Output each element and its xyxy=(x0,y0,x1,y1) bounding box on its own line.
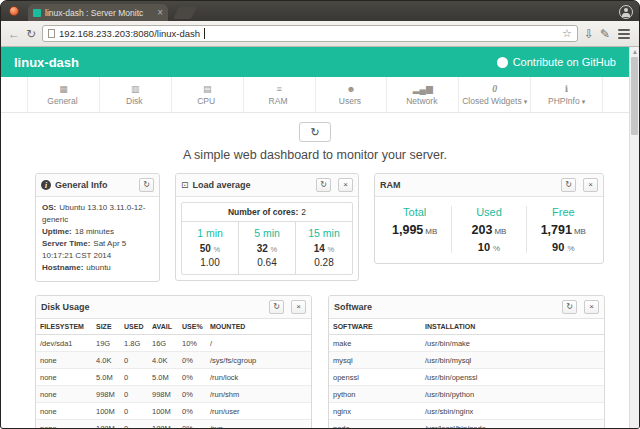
nav-item[interactable]: ▦ General xyxy=(27,77,100,112)
window-close-button[interactable] xyxy=(9,6,19,16)
nav-item[interactable]: ≡ RAM xyxy=(244,77,316,112)
edit-icon[interactable]: ✎ xyxy=(600,28,610,40)
main-nav: ▦ General ▥ Disk ▤ CPU ≡ xyxy=(1,77,629,113)
url-text: 192.168.233.203:8080/linux-dash xyxy=(59,28,200,39)
load-value: 0.28 xyxy=(298,257,350,268)
profile-avatar-icon[interactable] xyxy=(619,5,633,19)
nav-item-label: Disk xyxy=(126,96,145,106)
ram-value: 1,995 xyxy=(392,223,423,237)
load-value: 1.00 xyxy=(184,257,236,268)
column-header: USE% xyxy=(178,319,206,335)
reload-button[interactable]: ↻ xyxy=(26,28,36,40)
widget-refresh-button[interactable]: ↻ xyxy=(269,300,284,314)
nav-item-label: Network xyxy=(406,96,439,106)
widgets-row-2: Disk Usage ↻ × FILESYSTEMSIZEUSEDAVAILUS… xyxy=(35,295,629,428)
browser-tab[interactable]: linux-dash : Server Monitc × xyxy=(28,4,168,21)
table-row: mysql/usr/bin/mysql xyxy=(329,352,604,369)
bookmark-star-icon[interactable]: ☆ xyxy=(562,28,572,39)
nav-item-label: Users xyxy=(339,96,363,106)
refresh-row: ↻ xyxy=(1,113,629,142)
table-row: openssl/usr/bin/openssl xyxy=(329,369,604,386)
load-period-label: 5 min xyxy=(241,227,293,239)
general-info-body: OS:Ubuntu 13.10 3.11.0-12-generic Uptime… xyxy=(36,197,159,281)
table-row: none100M0 100M0%/run/user xyxy=(36,403,311,420)
table-row: none188M0 188M0%/run xyxy=(36,420,311,428)
ram-percent: 10 xyxy=(478,241,490,253)
software-table: SOFTWAREINSTALLATION make/usr/bin/make m… xyxy=(329,319,604,428)
nav-item-icon: ≡ xyxy=(276,84,281,94)
widget-header: RAM ↻ × xyxy=(375,174,603,197)
column-header: USED xyxy=(120,319,148,335)
address-bar[interactable]: 192.168.233.203:8080/linux-dash ☆ xyxy=(42,25,578,42)
app-navbar: linux-dash Contribute on GitHub xyxy=(1,47,629,77)
page-scrollbar[interactable] xyxy=(629,47,639,428)
nav-item[interactable]: ☻ Users xyxy=(316,77,388,112)
table-row: /dev/sda119G1.8G 16G10%/ xyxy=(36,335,311,352)
widget-refresh-button[interactable]: ↻ xyxy=(562,300,577,314)
tab-title: linux-dash : Server Monitc xyxy=(45,8,153,18)
widget-title: Software xyxy=(334,302,372,312)
nav-item[interactable]: ▤ CPU xyxy=(172,77,244,112)
nav-item-label: PHPInfo▾ xyxy=(548,96,585,106)
table-row: none4.0K0 4.0K0%/sys/fs/cgroup xyxy=(36,352,311,369)
info-row: OS:Ubuntu 13.10 3.11.0-12-generic xyxy=(42,202,153,226)
ram-column: Free 1,791MB 90 % xyxy=(526,206,600,253)
menu-icon[interactable] xyxy=(616,27,632,41)
info-row: Hostname:ubuntu xyxy=(42,262,153,274)
nav-item[interactable]: ℹ PHPInfo▾ xyxy=(531,77,603,112)
widget-close-button[interactable]: × xyxy=(338,178,353,192)
ram-column-label: Used xyxy=(456,206,521,218)
widget-title: RAM xyxy=(380,180,401,190)
ram-column-label: Total xyxy=(382,206,447,218)
nav-item-icon: ▥ xyxy=(131,84,140,94)
nav-item-icon: ℹ xyxy=(565,84,568,94)
tab-close-icon[interactable]: × xyxy=(157,8,163,18)
scrollbar-thumb[interactable] xyxy=(631,57,638,135)
widget-refresh-button[interactable]: ↻ xyxy=(316,178,331,192)
download-icon[interactable]: ⇩ xyxy=(584,28,594,40)
widget-header: Software ↻ × xyxy=(329,296,604,319)
app-brand[interactable]: linux-dash xyxy=(14,55,79,70)
widget-refresh-button[interactable]: ↻ xyxy=(561,178,576,192)
column-header: FILESYSTEM xyxy=(36,319,92,335)
nav-item-label: RAM xyxy=(269,96,290,106)
nav-item-icon: 0 xyxy=(492,84,497,94)
new-tab-button[interactable] xyxy=(173,7,197,19)
column-header: INSTALLATION xyxy=(421,319,604,335)
tagline: A simple web dashboard to monitor your s… xyxy=(1,148,629,162)
column-header: SIZE xyxy=(92,319,120,335)
load-percent-value: 14 xyxy=(314,243,325,254)
nav-item-icon: ▦ xyxy=(59,84,68,94)
scrollbar-up-icon[interactable] xyxy=(630,47,639,56)
widget-software: Software ↻ × SOFTWAREINSTALLATION make/u… xyxy=(328,295,605,428)
widget-close-button[interactable]: × xyxy=(583,178,598,192)
ram-value: 203 xyxy=(472,223,493,237)
refresh-all-button[interactable]: ↻ xyxy=(299,122,330,142)
nav-item-label: CPU xyxy=(197,96,217,106)
table-row: nginx/usr/sbin/nginx xyxy=(329,403,604,420)
nav-item[interactable]: 0 Closed Widgets▾ xyxy=(459,77,531,112)
ram-column: Total 1,995MB xyxy=(378,206,451,253)
disk-usage-table: FILESYSTEMSIZEUSEDAVAILUSE%MOUNTED /dev/… xyxy=(36,319,311,428)
widget-close-button[interactable]: × xyxy=(291,300,306,314)
back-button[interactable]: ← xyxy=(8,28,20,40)
table-row: node/usr/local/bin/node xyxy=(329,420,604,428)
nav-item-icon: ▂▄▆ xyxy=(413,84,433,94)
widget-ram: RAM ↻ × Total 1,995MB xyxy=(374,173,604,264)
widget-disk-usage: Disk Usage ↻ × FILESYSTEMSIZEUSEDAVAILUS… xyxy=(35,295,312,428)
github-link[interactable]: Contribute on GitHub xyxy=(497,56,616,68)
widget-title: Disk Usage xyxy=(41,302,90,312)
info-row: Uptime:18 minutes xyxy=(42,226,153,238)
load-period-label: 15 min xyxy=(298,227,350,239)
widget-close-button[interactable]: × xyxy=(584,300,599,314)
load-period-label: 1 min xyxy=(184,227,236,239)
nav-item[interactable]: ▥ Disk xyxy=(100,77,172,112)
load-percent-value: 50 xyxy=(200,243,211,254)
widget-refresh-button[interactable]: ↻ xyxy=(139,178,154,192)
tab-favicon-icon xyxy=(33,9,41,17)
page-icon xyxy=(48,29,55,38)
display-icon: ⊡ xyxy=(181,181,189,190)
nav-item[interactable]: ▂▄▆ Network xyxy=(387,77,459,112)
widget-title: General Info xyxy=(55,180,108,190)
table-row: make/usr/bin/make xyxy=(329,335,604,352)
